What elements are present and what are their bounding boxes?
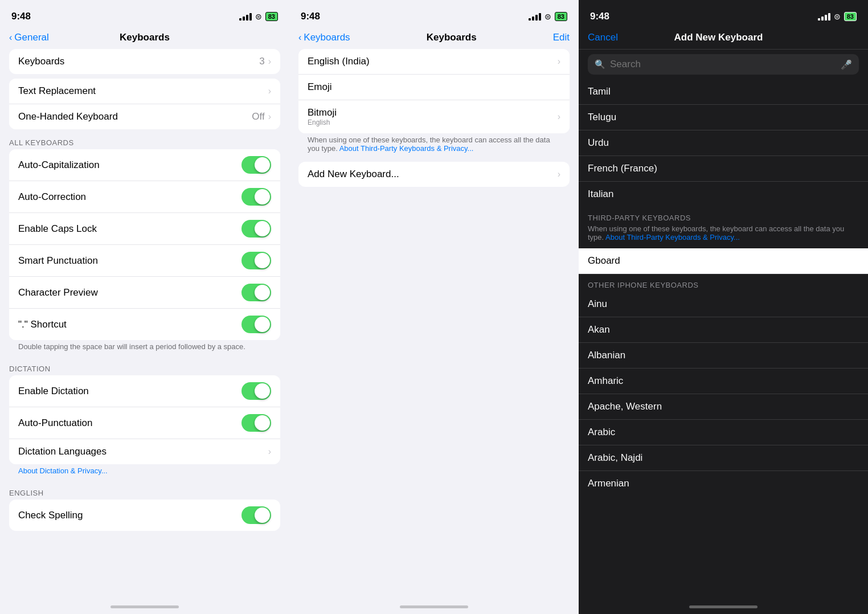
arabic-item[interactable]: Arabic: [579, 420, 868, 445]
keyboards-label: Keyboards: [18, 56, 64, 67]
back-chevron-1: ‹: [9, 32, 12, 43]
cancel-button[interactable]: Cancel: [588, 32, 618, 43]
auto-cap-label: Auto-Capitalization: [18, 159, 100, 171]
apache-item[interactable]: Apache, Western: [579, 394, 868, 420]
other-keyboards-card: Ainu Akan Albanian Amharic Apache, Weste…: [579, 292, 868, 496]
back-label-2: Keyboards: [304, 32, 350, 43]
section-all-keyboards: ALL KEYBOARDS Auto-Capitalization Auto-C…: [0, 134, 289, 355]
albanian-item[interactable]: Albanian: [579, 343, 868, 369]
period-shortcut-toggle[interactable]: [241, 316, 271, 333]
enable-caps-item[interactable]: Enable Caps Lock: [9, 213, 280, 245]
auto-cap-toggle[interactable]: [241, 156, 271, 174]
albanian-label: Albanian: [588, 350, 625, 361]
status-right-3: ⊜ 83: [818, 12, 857, 21]
french-item[interactable]: French (France): [579, 156, 868, 182]
section-keyboard-list: English (India) › Emoji Bitmoji English …: [289, 49, 579, 157]
third-party-section: THIRD-PARTY KEYBOARDS When using one of …: [579, 207, 868, 274]
check-spelling-toggle[interactable]: [241, 506, 271, 524]
dictation-card: Enable Dictation Auto-Punctuation Dictat…: [9, 375, 280, 464]
character-preview-label: Character Preview: [18, 287, 98, 298]
smart-punctuation-toggle[interactable]: [241, 252, 271, 269]
text-replacement-item[interactable]: Text Replacement ›: [9, 79, 280, 104]
time-1: 9:48: [11, 11, 31, 22]
panel1-scroll[interactable]: Keyboards 3 › Text Replacement › O: [0, 49, 289, 603]
third-party-desc: When using one of these keyboards, the k…: [579, 224, 868, 246]
dictation-languages-item[interactable]: Dictation Languages ›: [9, 439, 280, 464]
smart-punctuation-item[interactable]: Smart Punctuation: [9, 245, 280, 277]
apache-label: Apache, Western: [588, 401, 662, 412]
ainu-label: Ainu: [588, 298, 607, 310]
enable-caps-label: Enable Caps Lock: [18, 223, 97, 235]
third-party-privacy-link-3[interactable]: About Third-Party Keyboards & Privacy...: [605, 233, 740, 241]
auto-punctuation-item[interactable]: Auto-Punctuation: [9, 407, 280, 439]
text-card: Text Replacement › One-Handed Keyboard O…: [9, 79, 280, 129]
smart-punctuation-label: Smart Punctuation: [18, 255, 98, 267]
time-2: 9:48: [301, 11, 320, 22]
ainu-item[interactable]: Ainu: [579, 292, 868, 317]
keyboard-list-footer: When using one of these keyboards, the k…: [289, 133, 579, 157]
all-keyboards-card: Auto-Capitalization Auto-Correction Enab…: [9, 149, 280, 340]
signal-icon-3: [818, 13, 830, 21]
edit-button[interactable]: Edit: [553, 32, 570, 43]
add-keyboard-item[interactable]: Add New Keyboard... ›: [298, 162, 570, 187]
tamil-item[interactable]: Tamil: [579, 79, 868, 105]
auto-capitalization-item[interactable]: Auto-Capitalization: [9, 149, 280, 181]
emoji-item[interactable]: Emoji: [298, 75, 570, 100]
panel3-scroll[interactable]: Tamil Telugu Urdu French (France) Italia…: [579, 79, 868, 603]
back-button-2[interactable]: ‹ Keyboards: [298, 32, 350, 43]
time-3: 9:48: [590, 11, 609, 22]
keyboard-list-card: English (India) › Emoji Bitmoji English …: [298, 49, 570, 133]
amharic-item[interactable]: Amharic: [579, 369, 868, 394]
nav-bar-3: Cancel Add New Keyboard: [579, 28, 868, 50]
search-icon: 🔍: [595, 59, 605, 69]
keyboards-count: 3: [259, 56, 264, 67]
english-india-label: English (India): [308, 56, 370, 67]
add-keyboard-label: Add New Keyboard...: [308, 169, 399, 180]
section-text: Text Replacement › One-Handed Keyboard O…: [0, 79, 289, 129]
back-button-1[interactable]: ‹ General: [9, 32, 49, 43]
armenian-item[interactable]: Armenian: [579, 471, 868, 496]
auto-punctuation-toggle[interactable]: [241, 414, 271, 432]
keyboards-card: Keyboards 3 ›: [9, 49, 280, 74]
back-label-1: General: [14, 32, 48, 43]
auto-correction-item[interactable]: Auto-Correction: [9, 181, 280, 213]
panel2-scroll[interactable]: English (India) › Emoji Bitmoji English …: [289, 49, 579, 603]
nav-title-1: Keyboards: [120, 32, 170, 43]
one-handed-item[interactable]: One-Handed Keyboard Off ›: [9, 104, 280, 129]
nav-bar-2: ‹ Keyboards Keyboards Edit: [289, 28, 579, 49]
dictation-privacy-link[interactable]: About Dictation & Privacy...: [18, 466, 108, 475]
section-dictation: DICTATION Enable Dictation Auto-Punctuat…: [0, 360, 289, 480]
signal-icon-1: [239, 13, 252, 21]
period-shortcut-label: "." Shortcut: [18, 319, 67, 330]
bitmoji-item[interactable]: Bitmoji English ›: [298, 100, 570, 133]
home-indicator-3: [579, 603, 868, 614]
third-party-privacy-link-2[interactable]: About Third-Party Keyboards & Privacy...: [339, 144, 474, 153]
dictation-header: DICTATION: [0, 360, 289, 375]
character-preview-toggle[interactable]: [241, 284, 271, 301]
period-shortcut-item[interactable]: "." Shortcut: [9, 309, 280, 340]
all-keyboards-header: ALL KEYBOARDS: [0, 134, 289, 149]
dictation-footer: About Dictation & Privacy...: [0, 464, 289, 480]
enable-caps-toggle[interactable]: [241, 220, 271, 238]
microphone-icon: 🎤: [841, 59, 852, 70]
akan-item[interactable]: Akan: [579, 317, 868, 343]
auto-correction-toggle[interactable]: [241, 188, 271, 206]
status-bar-3: 9:48 ⊜ 83: [579, 0, 868, 28]
search-bar[interactable]: 🔍 🎤: [588, 54, 859, 75]
urdu-item[interactable]: Urdu: [579, 130, 868, 156]
search-input[interactable]: [610, 59, 836, 70]
gboard-item[interactable]: Gboard: [579, 248, 868, 274]
bitmoji-label: Bitmoji: [308, 107, 337, 118]
keyboards-item[interactable]: Keyboards 3 ›: [9, 49, 280, 74]
check-spelling-item[interactable]: Check Spelling: [9, 500, 280, 531]
italian-item[interactable]: Italian: [579, 182, 868, 207]
enable-dictation-toggle[interactable]: [241, 382, 271, 400]
arabic-najdi-item[interactable]: Arabic, Najdi: [579, 445, 868, 471]
enable-dictation-item[interactable]: Enable Dictation: [9, 375, 280, 407]
character-preview-item[interactable]: Character Preview: [9, 277, 280, 309]
third-party-header: THIRD-PARTY KEYBOARDS: [579, 207, 868, 224]
english-header: ENGLISH: [0, 484, 289, 500]
english-india-item[interactable]: English (India) ›: [298, 49, 570, 75]
telugu-item[interactable]: Telugu: [579, 105, 868, 130]
language-top-card: Tamil Telugu Urdu French (France) Italia…: [579, 79, 868, 207]
